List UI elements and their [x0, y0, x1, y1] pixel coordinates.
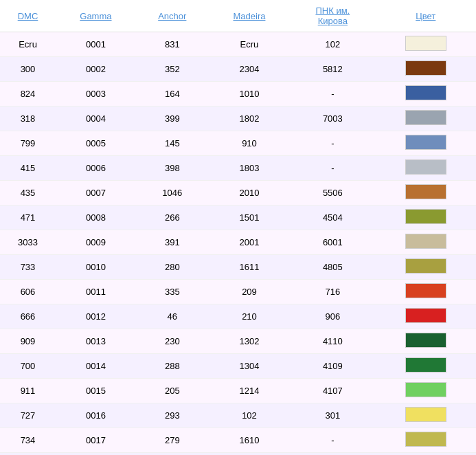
color-swatch	[405, 110, 446, 125]
dmc-cell: 909	[0, 329, 56, 354]
header-цвет[interactable]: Цвет	[376, 0, 476, 32]
color-cell	[376, 354, 476, 379]
anchor-cell: 280	[136, 255, 209, 280]
table-row: 911001520512144107	[0, 379, 476, 403]
dmc-cell: 734	[0, 428, 56, 453]
gamma-cell: 0005	[56, 131, 136, 156]
pnk-cell: 5506	[290, 181, 375, 206]
color-cell	[376, 32, 476, 57]
madeira-cell: 1803	[209, 156, 290, 181]
madeira-cell: 1802	[209, 107, 290, 131]
table-row: 666001246210906	[0, 304, 476, 329]
anchor-cell: 352	[136, 57, 209, 82]
dmc-cell: 799	[0, 131, 56, 156]
table-row: 471000826615014504	[0, 206, 476, 230]
gamma-cell: 0016	[56, 403, 136, 428]
anchor-cell: 391	[136, 230, 209, 255]
table-row: 82400031641010-	[0, 82, 476, 107]
gamma-cell: 0009	[56, 230, 136, 255]
madeira-cell: 1214	[209, 379, 290, 403]
header-dmc[interactable]: DMC	[0, 0, 56, 32]
anchor-cell: 279	[136, 428, 209, 453]
header-gamma[interactable]: Gamma	[56, 0, 136, 32]
anchor-cell: 831	[136, 32, 209, 57]
gamma-cell: 0010	[56, 255, 136, 280]
color-cell	[376, 329, 476, 354]
header-пнк-им.-кирова[interactable]: ПНК им.Кирова	[290, 0, 375, 32]
color-cell	[376, 280, 476, 304]
table-row: 41500063981803-	[0, 156, 476, 181]
color-cell	[376, 156, 476, 181]
pnk-cell: 716	[290, 280, 375, 304]
madeira-cell: 2001	[209, 453, 290, 456]
color-cell	[376, 131, 476, 156]
table-row: 6060011335209716	[0, 280, 476, 304]
madeira-cell: 910	[209, 131, 290, 156]
pnk-cell: 4805	[290, 255, 375, 280]
pnk-cell: 6001	[290, 230, 375, 255]
madeira-cell: 1501	[209, 206, 290, 230]
gamma-cell: 0011	[56, 280, 136, 304]
header-madeira[interactable]: Madeira	[209, 0, 290, 32]
color-swatch	[405, 333, 446, 348]
dmc-cell: Ecru	[0, 32, 56, 57]
anchor-cell: 399	[136, 107, 209, 131]
madeira-cell: Ecru	[209, 32, 290, 57]
pnk-cell: -	[290, 82, 375, 107]
anchor-cell: 293	[136, 403, 209, 428]
color-swatch	[405, 159, 446, 175]
madeira-cell: 1302	[209, 329, 290, 354]
dmc-cell: 666	[0, 304, 56, 329]
madeira-cell: 1610	[209, 428, 290, 453]
table-row: 7990005145910-	[0, 131, 476, 156]
color-cell	[376, 230, 476, 255]
dmc-cell: 739	[0, 453, 56, 456]
pnk-cell: -	[290, 156, 375, 181]
dmc-cell: 733	[0, 255, 56, 280]
pnk-cell: -	[290, 131, 375, 156]
madeira-cell: 209	[209, 280, 290, 304]
color-swatch	[405, 234, 446, 249]
dmc-cell: 911	[0, 379, 56, 403]
color-cell	[376, 304, 476, 329]
dmc-cell: 318	[0, 107, 56, 131]
gamma-cell: 0012	[56, 304, 136, 329]
anchor-cell: 205	[136, 379, 209, 403]
gamma-cell: 0004	[56, 107, 136, 131]
pnk-cell: 906	[290, 304, 375, 329]
madeira-cell: 2304	[209, 57, 290, 82]
table-row: 3033000939120016001	[0, 230, 476, 255]
table-row: 700001428813044109	[0, 354, 476, 379]
table-row: 318000439918027003	[0, 107, 476, 131]
table-row: 300000235223045812	[0, 57, 476, 82]
anchor-cell: 145	[136, 131, 209, 156]
color-cell	[376, 82, 476, 107]
madeira-cell: 102	[209, 403, 290, 428]
color-swatch	[405, 36, 446, 51]
pnk-cell: 4110	[290, 329, 375, 354]
color-swatch	[405, 308, 446, 323]
pnk-cell: 4504	[290, 206, 375, 230]
madeira-cell: 2010	[209, 181, 290, 206]
color-swatch	[405, 60, 446, 76]
madeira-cell: 1611	[209, 255, 290, 280]
gamma-cell: 0015	[56, 379, 136, 403]
table-row: 733001028016114805	[0, 255, 476, 280]
color-cell	[376, 206, 476, 230]
pnk-cell: 7003	[290, 107, 375, 131]
gamma-cell: 0013	[56, 329, 136, 354]
madeira-cell: 210	[209, 304, 290, 329]
gamma-cell: 0017	[56, 428, 136, 453]
header-anchor[interactable]: Anchor	[136, 0, 209, 32]
gamma-cell: 0018	[56, 453, 136, 456]
gamma-cell: 0007	[56, 181, 136, 206]
anchor-cell: 266	[136, 206, 209, 230]
anchor-cell: 230	[136, 329, 209, 354]
color-cell	[376, 403, 476, 428]
color-cell	[376, 428, 476, 453]
color-swatch	[405, 283, 446, 298]
dmc-cell: 727	[0, 403, 56, 428]
table-row: 7270016293102301	[0, 403, 476, 428]
dmc-cell: 435	[0, 181, 56, 206]
pnk-cell: 301	[290, 403, 375, 428]
